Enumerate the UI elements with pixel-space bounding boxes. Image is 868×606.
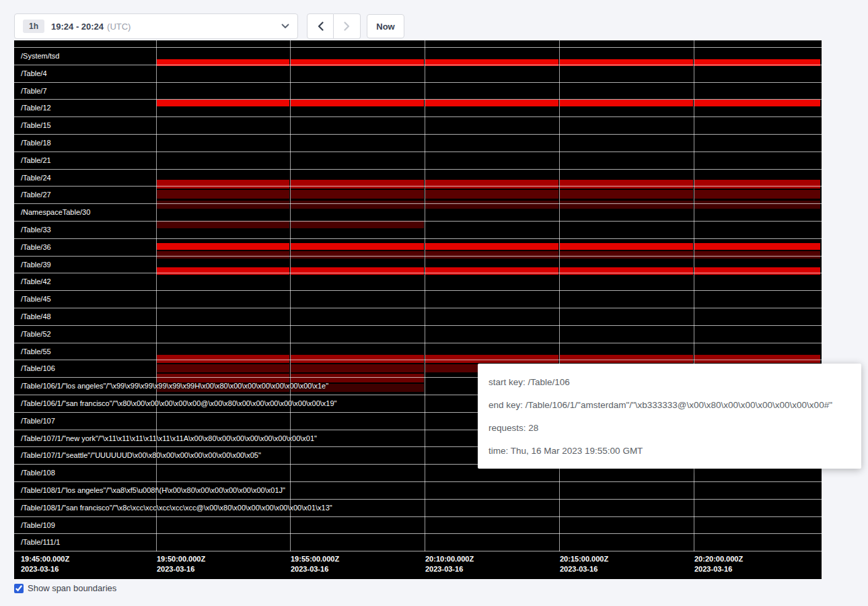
heat-cell[interactable]: [560, 251, 693, 259]
span-boundary-line: [14, 516, 822, 517]
time-range-selector[interactable]: 1h 19:24 - 20:24 (UTC): [14, 13, 298, 39]
axis-date: 2023-03-16: [291, 564, 339, 574]
heat-cell[interactable]: [560, 180, 693, 189]
show-span-boundaries-label: Show span boundaries: [28, 583, 116, 593]
heat-cell[interactable]: [157, 243, 289, 250]
heat-cell[interactable]: [157, 251, 289, 259]
heat-cell[interactable]: [694, 100, 820, 106]
span-boundary-line: [14, 325, 822, 326]
axis-time: 20:15:00.000Z: [560, 554, 608, 564]
heat-cell[interactable]: [694, 243, 820, 250]
tooltip-line: requests: 28: [489, 416, 851, 439]
heat-cell[interactable]: [425, 201, 558, 209]
show-span-boundaries-checkbox[interactable]: [14, 584, 24, 593]
key-span-label: /Table/33: [21, 226, 51, 234]
heat-cell[interactable]: [425, 355, 558, 363]
span-boundary-line: [14, 65, 822, 65]
next-range-button[interactable]: [334, 13, 361, 39]
heat-cell[interactable]: [291, 355, 424, 363]
heat-cell[interactable]: [560, 243, 693, 250]
span-boundary-line: [14, 290, 822, 291]
prev-range-button[interactable]: [307, 13, 334, 39]
heat-cell[interactable]: [157, 180, 289, 189]
heat-cell[interactable]: [694, 190, 820, 199]
key-span-label: /Table/108/1/"los angeles"/"\xa8\xf5\u00…: [21, 486, 285, 494]
span-boundary-line: [14, 238, 822, 239]
axis-time: 19:50:00.000Z: [157, 554, 205, 564]
span-boundary-line: [14, 186, 822, 187]
heat-cell[interactable]: [694, 355, 820, 363]
heat-cell[interactable]: [291, 180, 424, 189]
span-boundary-line: [14, 256, 822, 257]
key-span-label: /Table/107/1/"new york"/"\x11\x11\x11\x1…: [21, 434, 317, 442]
key-span-label: /Table/15: [21, 121, 51, 129]
key-span-label: /Table/39: [21, 261, 51, 269]
heat-cell[interactable]: [291, 364, 424, 372]
heat-cell[interactable]: [560, 201, 693, 209]
key-visualizer-page: 1h 19:24 - 20:24 (UTC) Now /System/tsd/T…: [0, 0, 868, 606]
key-span-label: /Table/48: [21, 312, 51, 321]
key-span-label: /Table/108/1/"san francisco"/"\x8c\xcc\x…: [21, 504, 332, 512]
time-axis-label: 19:50:00.000Z2023-03-16: [157, 554, 205, 574]
time-axis-label: 20:20:00.000Z2023-03-16: [694, 554, 743, 574]
key-span-label: /Table/42: [21, 277, 51, 285]
key-span-label: /System/tsd: [21, 52, 59, 60]
key-span-label: /Table/21: [21, 156, 51, 164]
heat-cell[interactable]: [425, 251, 558, 259]
heat-cell[interactable]: [694, 251, 820, 259]
heat-cell[interactable]: [157, 190, 289, 199]
time-nav-group: [307, 13, 361, 39]
key-span-label: /Table/24: [21, 174, 51, 182]
key-span-label: /NamespaceTable/30: [21, 208, 90, 216]
span-boundary-line: [14, 82, 822, 83]
key-span-label: /Table/106/1/"los angeles"/"\x99\x99\x99…: [21, 382, 328, 390]
hover-tooltip: start key: /Table/106end key: /Table/106…: [478, 364, 861, 469]
axis-time: 20:20:00.000Z: [694, 554, 743, 564]
axis-time: 19:45:00.000Z: [21, 554, 69, 564]
heat-cell[interactable]: [425, 190, 558, 199]
span-boundary-line: [14, 533, 822, 534]
key-span-label: /Table/107/1/"seattle"/"UUUUUUD\x00\x80\…: [21, 451, 261, 459]
span-boundary-line: [14, 360, 822, 360]
key-span-label: /Table/106/1/"san francisco"/"\x80\x00\x…: [21, 399, 337, 407]
heat-cell[interactable]: [291, 190, 424, 199]
heat-cell[interactable]: [560, 190, 693, 199]
key-span-label: /Table/12: [21, 104, 51, 112]
key-span-label: /Table/18: [21, 139, 51, 147]
heat-cell[interactable]: [291, 251, 424, 259]
heat-cell[interactable]: [157, 100, 289, 106]
heat-cell[interactable]: [291, 221, 424, 228]
axis-date: 2023-03-16: [425, 564, 474, 574]
heat-cell[interactable]: [425, 180, 558, 189]
key-span-label: /Table/106: [21, 364, 55, 372]
tooltip-line: time: Thu, 16 Mar 2023 19:55:00 GMT: [489, 439, 851, 462]
span-boundary-line: [14, 116, 822, 117]
heat-cell[interactable]: [291, 100, 424, 106]
span-boundary-line: [14, 99, 822, 100]
time-axis-label: 20:15:00.000Z2023-03-16: [560, 554, 608, 574]
range-timezone: (UTC): [107, 22, 131, 32]
now-button[interactable]: Now: [367, 14, 404, 38]
heat-cell[interactable]: [291, 243, 424, 250]
heat-cell[interactable]: [157, 364, 289, 372]
key-visualizer-chart[interactable]: /System/tsd/Table/4/Table/7/Table/12/Tab…: [14, 40, 822, 579]
key-span-label: /Table/109: [21, 521, 55, 529]
heat-cell[interactable]: [560, 355, 693, 363]
heat-cell[interactable]: [157, 221, 289, 228]
heat-cell[interactable]: [157, 355, 289, 363]
heat-cell[interactable]: [694, 201, 820, 209]
chevron-right-icon: [344, 22, 350, 31]
heat-cell[interactable]: [425, 100, 558, 106]
key-span-label: /Table/52: [21, 330, 51, 338]
axis-date: 2023-03-16: [694, 564, 743, 574]
heat-cell[interactable]: [694, 180, 820, 189]
axis-time: 20:10:00.000Z: [425, 554, 474, 564]
heat-cell[interactable]: [291, 201, 424, 209]
span-boundary-line: [14, 152, 822, 152]
axis-date: 2023-03-16: [21, 564, 69, 574]
key-span-label: /Table/108: [21, 469, 55, 477]
heat-cell[interactable]: [425, 243, 558, 250]
time-axis-label: 19:45:00.000Z2023-03-16: [21, 554, 69, 574]
heat-cell[interactable]: [157, 201, 289, 209]
heat-cell[interactable]: [560, 100, 693, 106]
